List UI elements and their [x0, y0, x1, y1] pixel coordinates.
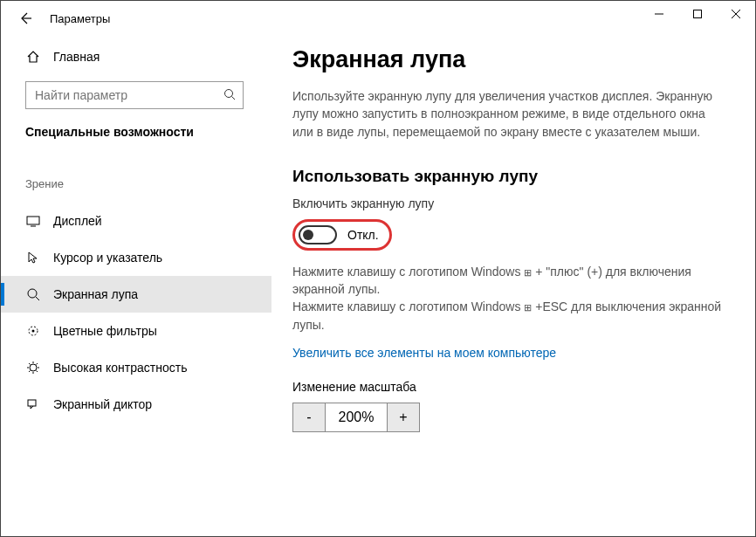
zoom-label: Изменение масштаба	[292, 380, 724, 394]
zoom-plus-button[interactable]: +	[387, 403, 420, 432]
cursor-icon	[25, 250, 41, 265]
sidebar-item-label: Высокая контрастность	[53, 361, 187, 375]
narrator-icon	[25, 396, 41, 412]
home-icon	[25, 49, 41, 65]
sidebar-item-colorfilters[interactable]: Цветные фильтры	[1, 313, 271, 349]
magnifier-toggle-highlight: Откл.	[292, 219, 392, 251]
contrast-icon	[25, 360, 41, 375]
home-button[interactable]: Главная	[25, 41, 271, 72]
svg-point-11	[32, 330, 35, 333]
svg-rect-1	[694, 10, 702, 18]
home-label: Главная	[53, 50, 100, 64]
svg-line-20	[37, 363, 38, 365]
sidebar-item-label: Курсор и указатель	[53, 251, 162, 265]
section-heading: Использовать экранную лупу	[292, 167, 724, 186]
category-label: Специальные возможности	[25, 125, 271, 139]
svg-point-4	[225, 89, 233, 97]
toggle-state-label: Откл.	[347, 228, 379, 242]
color-filters-icon	[25, 323, 41, 339]
svg-line-9	[36, 297, 39, 300]
page-heading: Экранная лупа	[292, 46, 724, 73]
window-title: Параметры	[50, 12, 110, 25]
svg-line-5	[232, 96, 236, 100]
svg-line-17	[29, 363, 31, 365]
hint-enable: Нажмите клавишу с логотипом Windows ⊞ + …	[292, 263, 724, 334]
sidebar-item-label: Экранный диктор	[53, 397, 152, 411]
maximize-button[interactable]	[678, 1, 717, 27]
page-description: Используйте экранную лупу для увеличения…	[292, 87, 724, 141]
close-button[interactable]	[717, 1, 755, 27]
sidebar-item-display[interactable]: Дисплей	[1, 203, 271, 239]
svg-rect-6	[27, 217, 39, 224]
magnifier-icon	[25, 286, 41, 302]
sidebar-item-label: Дисплей	[53, 214, 102, 228]
svg-point-8	[28, 289, 37, 298]
windows-logo-icon: ⊞	[524, 266, 532, 280]
search-field[interactable]	[33, 87, 223, 103]
svg-line-19	[29, 371, 31, 373]
toggle-knob	[303, 230, 313, 240]
svg-line-18	[37, 371, 38, 373]
display-icon	[25, 213, 41, 229]
search-icon	[223, 88, 236, 103]
sidebar-item-cursor[interactable]: Курсор и указатель	[1, 239, 271, 276]
windows-logo-icon: ⊞	[524, 301, 532, 315]
subheader-label: Зрение	[25, 177, 271, 190]
sidebar-item-label: Цветные фильтры	[53, 324, 157, 338]
svg-point-12	[30, 364, 37, 371]
zoom-minus-button[interactable]: -	[292, 403, 326, 432]
enlarge-all-link[interactable]: Увеличить все элементы на моем компьютер…	[292, 346, 556, 360]
zoom-value: 200%	[326, 403, 387, 432]
sidebar-item-contrast[interactable]: Высокая контрастность	[1, 349, 271, 386]
toggle-label: Включить экранную лупу	[292, 196, 724, 210]
sidebar-item-magnifier[interactable]: Экранная лупа	[1, 276, 271, 313]
search-input[interactable]	[25, 81, 244, 109]
sidebar-item-label: Экранная лупа	[53, 287, 138, 301]
magnifier-toggle[interactable]	[299, 225, 337, 244]
back-button[interactable]	[11, 4, 39, 32]
minimize-button[interactable]	[640, 1, 678, 27]
sidebar-item-narrator[interactable]: Экранный диктор	[1, 386, 271, 423]
svg-rect-21	[28, 400, 36, 406]
